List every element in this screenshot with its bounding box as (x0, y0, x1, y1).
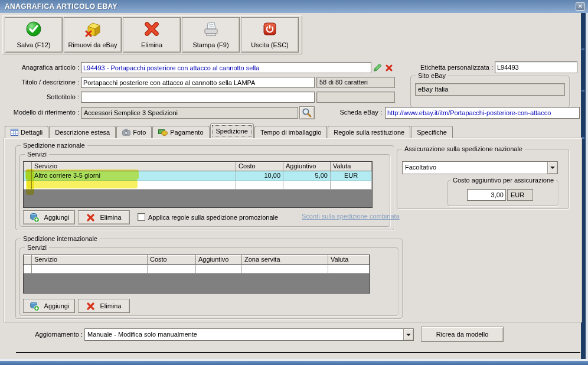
national-delete-button[interactable]: Elimina (78, 210, 130, 224)
insurance-currency-label: EUR (507, 189, 533, 201)
scheda-label: Scheda eBay : (331, 109, 382, 116)
red-x-icon (143, 21, 160, 37)
close-icon: ✕ (578, 4, 583, 9)
insurance-dropdown-button[interactable] (547, 162, 557, 174)
titolo-counter: 58 di 80 caratteri (316, 77, 395, 88)
international-delete-button[interactable]: Elimina (78, 299, 130, 313)
bottom-frame-blue (0, 361, 588, 365)
etichetta-input[interactable] (495, 62, 577, 73)
tab-specifiche[interactable]: Specifiche (411, 126, 453, 138)
national-shipping-group-label: Spedizione nazionale (21, 142, 87, 149)
international-add-button[interactable]: Aggiungi (23, 299, 75, 313)
national-services-group-label: Servizi (25, 151, 49, 158)
update-mode-value: Manuale - Modifica solo manualmente (85, 329, 403, 340)
tab-bar: Dettagli Descrizione estesa Foto Pagamen… (5, 123, 453, 138)
print-button[interactable]: Stampa (F9) (182, 17, 240, 53)
exit-button[interactable]: Uscita (ESC) (241, 17, 299, 53)
anagrafica-input[interactable] (81, 63, 371, 73)
bottom-divider (16, 352, 580, 353)
chevron-down-icon (406, 334, 411, 336)
add-service-icon (29, 212, 40, 223)
scheda-input[interactable] (386, 107, 579, 118)
camera-icon (122, 129, 130, 136)
national-add-button[interactable]: Aggiungi (23, 210, 75, 224)
tab-dettagli[interactable]: Dettagli (5, 126, 48, 138)
combined-shipping-link[interactable]: Sconti sulla spedizione combinata (302, 213, 400, 220)
update-mode-dropdown-button[interactable] (403, 329, 413, 340)
recreate-from-template-button[interactable]: Ricrea da modello (421, 327, 504, 342)
tab-spedizione[interactable]: Spedizione (210, 123, 254, 138)
money-icon (158, 129, 168, 136)
col-aggiuntivo: Aggiuntivo (283, 162, 331, 171)
titolo-label: Titolo / descrizione : (13, 79, 79, 86)
etichetta-field[interactable] (495, 61, 577, 73)
insurance-group: Assicurazione sulla spedizione nazionale… (397, 149, 569, 209)
sottotitolo-input[interactable] (81, 92, 314, 102)
tab-regole-sulla-restituzione[interactable]: Regole sulla restituzione (328, 126, 410, 138)
window-titlebar: ANAGRAFICA ARTICOLO EBAY (0, 0, 588, 13)
delete-service-icon (86, 302, 95, 311)
international-shipping-group-label: Spedizione internazionale (21, 235, 100, 242)
insurance-cost-group-label: Costo aggiuntivo per assicurazione (450, 177, 556, 184)
sito-ebay-group: Sito eBay eBay Italia (410, 76, 570, 107)
clear-x-icon[interactable] (385, 64, 393, 72)
table-icon (11, 129, 18, 136)
update-mode-label: Aggiornamento : (18, 331, 83, 338)
power-icon (262, 21, 278, 37)
delete-button[interactable]: Elimina (123, 17, 181, 53)
titolo-input[interactable] (81, 77, 314, 87)
sottotitolo-label: Sottotitolo : (13, 93, 79, 100)
add-service-icon (29, 301, 40, 311)
chevron-down-icon (550, 167, 555, 169)
international-services-table[interactable]: Servizio Costo Aggiuntivo Zona servita V… (23, 255, 370, 294)
edit-pencil-icon[interactable] (373, 63, 383, 73)
magnifier-icon (302, 107, 312, 118)
col-costo: Costo (236, 162, 283, 171)
tab-tempo-di-imballaggio[interactable]: Tempo di imballaggio (254, 126, 327, 138)
tab-foto[interactable]: Foto (116, 126, 152, 138)
anagrafica-label: Anagrafica articolo : (13, 64, 79, 71)
check-circle-icon (25, 21, 42, 37)
col-valuta: Valuta (331, 162, 372, 171)
background-window-sliver (586, 13, 588, 361)
scheda-field[interactable] (385, 107, 580, 119)
tab-pagamento[interactable]: Pagamento (152, 126, 209, 138)
delete-service-icon (86, 213, 95, 222)
sottotitolo-panel (316, 92, 395, 103)
save-button[interactable]: Salva (F12) (5, 17, 63, 53)
etichetta-label: Etichetta personalizzata : (412, 64, 493, 71)
insurance-dropdown[interactable]: Facoltativo (402, 161, 558, 174)
search-model-button[interactable] (299, 106, 315, 119)
insurance-cost-field[interactable] (467, 189, 506, 201)
col-servizio: Servizio (32, 255, 148, 265)
promo-rules-checkbox[interactable] (138, 213, 145, 221)
col-costo: Costo (148, 255, 196, 265)
promo-rules-label: Applica regole sulla spedizione promozio… (148, 214, 278, 221)
package-remove-icon (84, 21, 102, 37)
close-button[interactable]: ✕ (576, 2, 585, 11)
international-empty-row[interactable] (24, 265, 370, 273)
sito-ebay-value: eBay Italia (415, 83, 565, 96)
window-title: ANAGRAFICA ARTICOLO EBAY (0, 2, 117, 11)
international-services-group-label: Servizi (25, 244, 49, 251)
insurance-dropdown-value: Facoltativo (403, 162, 547, 174)
titolo-field[interactable] (81, 77, 315, 88)
sottotitolo-field[interactable] (81, 92, 315, 103)
insurance-cost-group: Costo aggiuntivo per assicurazione EUR (447, 180, 558, 206)
printer-icon (202, 21, 220, 37)
international-table-header: Servizio Costo Aggiuntivo Zona servita V… (24, 255, 370, 265)
insurance-cost-input[interactable] (468, 190, 505, 200)
col-zona-servita: Zona servita (242, 255, 328, 265)
col-aggiuntivo: Aggiuntivo (196, 255, 242, 265)
anagrafica-field[interactable] (81, 62, 371, 73)
col-valuta: Valuta (328, 255, 370, 265)
remove-from-ebay-button[interactable]: Rimuovi da eBay (64, 17, 122, 53)
modello-field: Accessori Semplice 3 Spedizioni (81, 107, 298, 119)
sito-ebay-group-label: Sito eBay (416, 72, 448, 79)
insurance-group-label: Assicurazione sulla spedizione nazionale (402, 145, 525, 152)
modello-label: Modello di riferimento : (6, 109, 79, 116)
update-mode-dropdown[interactable]: Manuale - Modifica solo manualmente (84, 328, 414, 341)
tab-descrizione-estesa[interactable]: Descrizione estesa (49, 126, 116, 138)
